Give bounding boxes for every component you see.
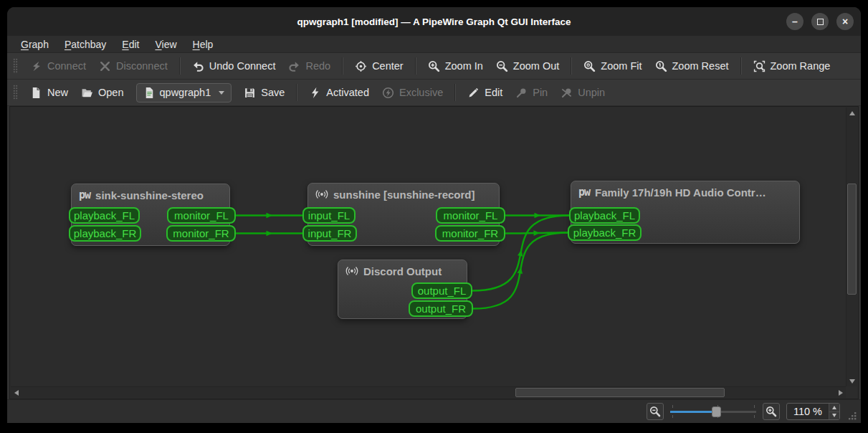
- port-playback_FR[interactable]: playback_FR: [568, 224, 642, 241]
- center-button[interactable]: Center: [348, 57, 410, 76]
- menubar: GraphPatchbayEditViewHelp: [7, 36, 861, 53]
- pin-button: Pin: [509, 83, 554, 103]
- pencil-icon: [467, 87, 480, 99]
- edit-button[interactable]: Edit: [461, 83, 509, 103]
- zoom-spinbox[interactable]: 110 %: [786, 403, 840, 420]
- unpin-icon: [561, 87, 573, 99]
- port-monitor_FR[interactable]: monitor_FR: [435, 225, 505, 242]
- toolbar-drag-handle[interactable]: [13, 58, 18, 74]
- zoom-out-icon: [496, 60, 508, 72]
- menu-edit[interactable]: Edit: [115, 37, 146, 52]
- disconnect-icon: [99, 60, 111, 72]
- scroll-down-button[interactable]: [846, 376, 857, 386]
- magnifier-minus-icon: [649, 406, 661, 417]
- port-input_FL[interactable]: input_FL: [302, 207, 356, 224]
- vertical-scrollbar-thumb[interactable]: [847, 184, 857, 295]
- activated-button[interactable]: Activated: [302, 83, 376, 103]
- redo-button: Redo: [282, 57, 337, 76]
- link-arrow-icon: [535, 213, 541, 219]
- bolt-icon: [309, 87, 321, 99]
- port-output_FL[interactable]: output_FL: [411, 282, 472, 299]
- port-playback_FL[interactable]: playback_FL: [69, 207, 140, 224]
- zoom-range-icon: [753, 60, 766, 72]
- window-controls: –×: [786, 13, 854, 30]
- zoom-reset-button[interactable]: Zoom Reset: [649, 57, 735, 76]
- link-arrow-icon: [267, 213, 273, 219]
- connections-layer: [11, 108, 847, 386]
- zoom-fit-button[interactable]: Zoom Fit: [577, 57, 648, 76]
- toolbar-drag-handle[interactable]: [13, 85, 18, 100]
- save-icon: [244, 87, 256, 99]
- horizontal-scrollbar-thumb[interactable]: [515, 388, 725, 397]
- zoom-reset-icon: [655, 60, 667, 72]
- toolbar-file: NewOpenqpwgraph1SaveActivatedExclusiveEd…: [7, 80, 861, 106]
- resize-grip-icon[interactable]: [846, 411, 857, 422]
- graph-layer[interactable]: pwsink-sunshine-stereoplayback_FLplaybac…: [11, 108, 847, 386]
- scrollbar-corner: [846, 386, 857, 398]
- zoom-value: 110 %: [787, 404, 829, 419]
- bolt-circle-icon: [382, 87, 394, 99]
- zoom-slider[interactable]: [670, 404, 756, 419]
- zoom-in-button[interactable]: Zoom In: [421, 57, 490, 76]
- pin-icon: [515, 87, 528, 99]
- chevron-down-icon: [219, 91, 224, 95]
- toolbar-separator: [342, 57, 343, 75]
- center-icon: [355, 60, 367, 72]
- maximize-icon: [817, 19, 824, 25]
- undo-connect-button[interactable]: Undo Connect: [186, 57, 282, 76]
- port-output_FR[interactable]: output_FR: [409, 300, 473, 317]
- slider-handle[interactable]: [712, 406, 721, 417]
- toolbar-main-items: ConnectDisconnectUndo ConnectRedoCenterZ…: [24, 57, 836, 76]
- toolbar-separator: [571, 57, 572, 75]
- new-icon: [30, 87, 42, 99]
- spin-down-button[interactable]: [829, 411, 839, 420]
- magnifier-plus-icon: [766, 406, 777, 417]
- toolbar-separator: [415, 57, 416, 75]
- spin-up-button[interactable]: [829, 404, 839, 411]
- save-button[interactable]: Save: [237, 83, 291, 103]
- graph-selector-combobox[interactable]: qpwgraph1: [136, 83, 232, 103]
- connect-icon: [30, 60, 42, 72]
- port-playback_FL[interactable]: playback_FL: [569, 207, 640, 224]
- horizontal-scrollbar[interactable]: [11, 386, 846, 398]
- menu-graph[interactable]: Graph: [14, 37, 55, 52]
- menu-view[interactable]: View: [148, 37, 183, 52]
- disconnect-button: Disconnect: [92, 57, 174, 76]
- port-monitor_FL[interactable]: monitor_FL: [436, 207, 505, 224]
- open-button[interactable]: Open: [75, 83, 130, 103]
- link-arrow-icon: [267, 231, 273, 237]
- exclusive-button: Exclusive: [376, 83, 449, 103]
- new-button[interactable]: New: [24, 83, 75, 103]
- zoom-range-button[interactable]: Zoom Range: [747, 57, 837, 76]
- close-button[interactable]: ×: [836, 13, 854, 30]
- open-icon: [81, 87, 93, 99]
- undo-icon: [192, 60, 204, 72]
- port-monitor_FR[interactable]: monitor_FR: [166, 225, 236, 242]
- graph-canvas[interactable]: pwsink-sunshine-stereoplayback_FLplaybac…: [9, 106, 859, 399]
- zoom-out-button[interactable]: [647, 403, 664, 420]
- zoom-in-icon: [428, 60, 440, 72]
- vertical-scrollbar[interactable]: [846, 108, 857, 386]
- scroll-left-button[interactable]: [11, 387, 22, 398]
- toolbar-file-items: NewOpenqpwgraph1SaveActivatedExclusiveEd…: [24, 83, 611, 103]
- minimize-button[interactable]: –: [786, 13, 803, 30]
- port-playback_FR[interactable]: playback_FR: [69, 225, 141, 242]
- toolbar-separator: [179, 57, 181, 75]
- port-input_FR[interactable]: input_FR: [302, 225, 357, 242]
- connect-button: Connect: [24, 57, 92, 76]
- combobox-value: qpwgraph1: [160, 87, 211, 98]
- maximize-button[interactable]: [811, 13, 829, 30]
- arrow-up-icon: [849, 111, 855, 115]
- toolbar-separator: [454, 84, 456, 101]
- scroll-up-button[interactable]: [846, 108, 857, 118]
- titlebar[interactable]: qpwgraph1 [modified] — A PipeWire Graph …: [7, 7, 861, 36]
- app-window: qpwgraph1 [modified] — A PipeWire Graph …: [7, 7, 861, 423]
- menu-help[interactable]: Help: [186, 37, 220, 52]
- port-monitor_FL[interactable]: monitor_FL: [167, 207, 236, 224]
- zoom-in-button[interactable]: [763, 403, 780, 420]
- zoom-out-button[interactable]: Zoom Out: [490, 57, 566, 76]
- doc-icon: [143, 87, 156, 99]
- menu-patchbay[interactable]: Patchbay: [58, 37, 113, 52]
- spinbox-arrows: [829, 404, 839, 419]
- scroll-right-button[interactable]: [835, 387, 846, 398]
